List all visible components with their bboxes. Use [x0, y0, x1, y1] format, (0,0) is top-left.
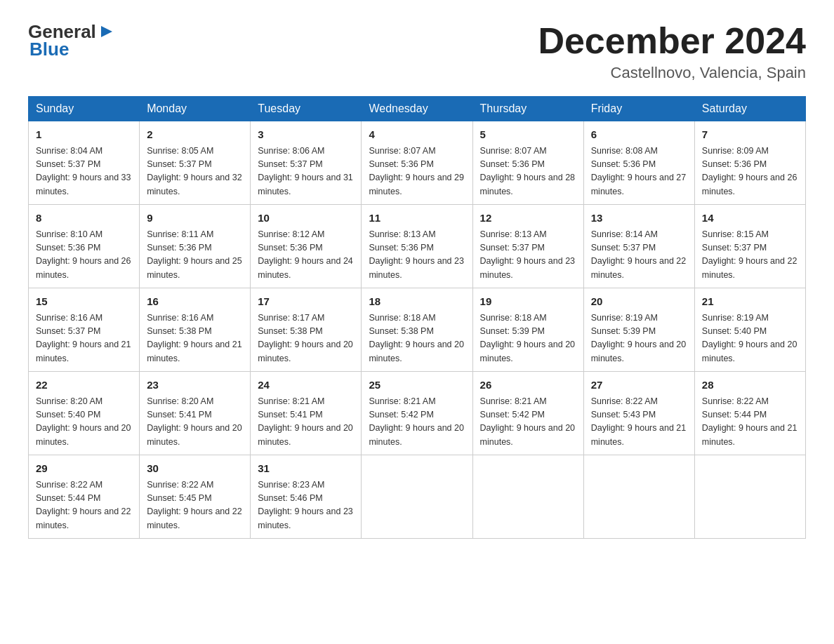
day-info: Sunrise: 8:22 AMSunset: 5:44 PMDaylight:… [702, 395, 798, 450]
day-number: 29 [36, 461, 132, 477]
calendar-cell: 27Sunrise: 8:22 AMSunset: 5:43 PMDayligh… [583, 372, 694, 455]
calendar-cell: 25Sunrise: 8:21 AMSunset: 5:42 PMDayligh… [362, 372, 472, 455]
title-block: December 2024 Castellnovo, Valencia, Spa… [538, 21, 806, 82]
calendar-header-friday: Friday [583, 97, 694, 121]
calendar-header-saturday: Saturday [694, 97, 805, 121]
calendar-cell: 13Sunrise: 8:14 AMSunset: 5:37 PMDayligh… [583, 205, 694, 288]
calendar-header-sunday: Sunday [29, 97, 140, 121]
calendar-cell: 15Sunrise: 8:16 AMSunset: 5:37 PMDayligh… [29, 288, 140, 372]
calendar-cell: 23Sunrise: 8:20 AMSunset: 5:41 PMDayligh… [140, 372, 251, 455]
day-number: 26 [480, 377, 576, 394]
calendar-cell: 24Sunrise: 8:21 AMSunset: 5:41 PMDayligh… [251, 372, 362, 455]
svg-marker-0 [101, 26, 112, 37]
calendar-cell: 29Sunrise: 8:22 AMSunset: 5:44 PMDayligh… [29, 455, 140, 539]
day-number: 19 [480, 294, 576, 310]
calendar-week-row: 29Sunrise: 8:22 AMSunset: 5:44 PMDayligh… [29, 455, 806, 539]
calendar-cell: 12Sunrise: 8:13 AMSunset: 5:37 PMDayligh… [472, 205, 583, 288]
day-info: Sunrise: 8:19 AMSunset: 5:40 PMDaylight:… [702, 311, 798, 366]
calendar-cell: 14Sunrise: 8:15 AMSunset: 5:37 PMDayligh… [694, 205, 805, 288]
calendar-header-tuesday: Tuesday [251, 97, 362, 121]
calendar-cell: 22Sunrise: 8:20 AMSunset: 5:40 PMDayligh… [29, 372, 140, 455]
calendar-header-wednesday: Wednesday [362, 97, 472, 121]
calendar-cell: 9Sunrise: 8:11 AMSunset: 5:36 PMDaylight… [140, 205, 251, 288]
day-info: Sunrise: 8:20 AMSunset: 5:40 PMDaylight:… [36, 395, 132, 450]
day-number: 8 [36, 210, 132, 227]
calendar-cell [362, 455, 472, 539]
day-number: 6 [591, 127, 687, 143]
logo: General Blue [28, 21, 114, 60]
calendar-cell: 21Sunrise: 8:19 AMSunset: 5:40 PMDayligh… [694, 288, 805, 372]
calendar-week-row: 1Sunrise: 8:04 AMSunset: 5:37 PMDaylight… [29, 121, 806, 205]
day-number: 4 [369, 127, 465, 143]
day-info: Sunrise: 8:09 AMSunset: 5:36 PMDaylight:… [702, 145, 798, 199]
day-info: Sunrise: 8:10 AMSunset: 5:36 PMDaylight:… [36, 228, 132, 283]
calendar-cell [694, 455, 805, 539]
day-info: Sunrise: 8:07 AMSunset: 5:36 PMDaylight:… [369, 145, 465, 199]
day-info: Sunrise: 8:21 AMSunset: 5:42 PMDaylight:… [369, 395, 465, 450]
calendar-cell: 17Sunrise: 8:17 AMSunset: 5:38 PMDayligh… [251, 288, 362, 372]
day-number: 9 [147, 210, 243, 227]
day-number: 20 [591, 294, 687, 310]
page-header: General Blue December 2024 Castellnovo, … [28, 21, 806, 82]
day-info: Sunrise: 8:18 AMSunset: 5:39 PMDaylight:… [480, 311, 576, 366]
day-info: Sunrise: 8:22 AMSunset: 5:44 PMDaylight:… [36, 478, 132, 533]
day-number: 21 [702, 294, 798, 310]
day-info: Sunrise: 8:13 AMSunset: 5:36 PMDaylight:… [369, 228, 465, 283]
calendar-cell: 5Sunrise: 8:07 AMSunset: 5:36 PMDaylight… [472, 121, 583, 205]
day-info: Sunrise: 8:16 AMSunset: 5:38 PMDaylight:… [147, 311, 243, 366]
calendar-cell: 18Sunrise: 8:18 AMSunset: 5:38 PMDayligh… [362, 288, 472, 372]
calendar-cell: 8Sunrise: 8:10 AMSunset: 5:36 PMDaylight… [29, 205, 140, 288]
day-info: Sunrise: 8:11 AMSunset: 5:36 PMDaylight:… [147, 228, 243, 283]
calendar-table: SundayMondayTuesdayWednesdayThursdayFrid… [28, 96, 806, 539]
calendar-cell: 2Sunrise: 8:05 AMSunset: 5:37 PMDaylight… [140, 121, 251, 205]
day-info: Sunrise: 8:22 AMSunset: 5:43 PMDaylight:… [591, 395, 687, 450]
calendar-cell: 11Sunrise: 8:13 AMSunset: 5:36 PMDayligh… [362, 205, 472, 288]
day-number: 3 [258, 127, 354, 143]
day-number: 22 [36, 377, 132, 394]
day-number: 30 [147, 461, 243, 477]
calendar-cell: 16Sunrise: 8:16 AMSunset: 5:38 PMDayligh… [140, 288, 251, 372]
calendar-header-row: SundayMondayTuesdayWednesdayThursdayFrid… [29, 97, 806, 121]
calendar-header-thursday: Thursday [472, 97, 583, 121]
day-info: Sunrise: 8:15 AMSunset: 5:37 PMDaylight:… [702, 228, 798, 283]
day-number: 7 [702, 127, 798, 143]
day-number: 10 [258, 210, 354, 227]
day-number: 25 [369, 377, 465, 394]
day-number: 13 [591, 210, 687, 227]
day-number: 2 [147, 127, 243, 143]
calendar-cell [472, 455, 583, 539]
calendar-cell: 6Sunrise: 8:08 AMSunset: 5:36 PMDaylight… [583, 121, 694, 205]
calendar-cell: 28Sunrise: 8:22 AMSunset: 5:44 PMDayligh… [694, 372, 805, 455]
day-number: 14 [702, 210, 798, 227]
calendar-cell: 26Sunrise: 8:21 AMSunset: 5:42 PMDayligh… [472, 372, 583, 455]
day-info: Sunrise: 8:21 AMSunset: 5:42 PMDaylight:… [480, 395, 576, 450]
day-number: 27 [591, 377, 687, 394]
day-info: Sunrise: 8:22 AMSunset: 5:45 PMDaylight:… [147, 478, 243, 533]
day-info: Sunrise: 8:20 AMSunset: 5:41 PMDaylight:… [147, 395, 243, 450]
calendar-cell [583, 455, 694, 539]
day-info: Sunrise: 8:05 AMSunset: 5:37 PMDaylight:… [147, 145, 243, 199]
day-number: 24 [258, 377, 354, 394]
day-info: Sunrise: 8:17 AMSunset: 5:38 PMDaylight:… [258, 311, 354, 366]
calendar-cell: 7Sunrise: 8:09 AMSunset: 5:36 PMDaylight… [694, 121, 805, 205]
day-number: 12 [480, 210, 576, 227]
calendar-cell: 10Sunrise: 8:12 AMSunset: 5:36 PMDayligh… [251, 205, 362, 288]
day-number: 15 [36, 294, 132, 310]
main-title: December 2024 [538, 21, 806, 61]
calendar-week-row: 22Sunrise: 8:20 AMSunset: 5:40 PMDayligh… [29, 372, 806, 455]
day-info: Sunrise: 8:12 AMSunset: 5:36 PMDaylight:… [258, 228, 354, 283]
day-number: 28 [702, 377, 798, 394]
day-number: 18 [369, 294, 465, 310]
calendar-cell: 1Sunrise: 8:04 AMSunset: 5:37 PMDaylight… [29, 121, 140, 205]
day-number: 16 [147, 294, 243, 310]
day-info: Sunrise: 8:16 AMSunset: 5:37 PMDaylight:… [36, 311, 132, 366]
day-number: 17 [258, 294, 354, 310]
calendar-cell: 30Sunrise: 8:22 AMSunset: 5:45 PMDayligh… [140, 455, 251, 539]
day-number: 5 [480, 127, 576, 143]
day-info: Sunrise: 8:14 AMSunset: 5:37 PMDaylight:… [591, 228, 687, 283]
calendar-week-row: 8Sunrise: 8:10 AMSunset: 5:36 PMDaylight… [29, 205, 806, 288]
day-number: 23 [147, 377, 243, 394]
day-number: 1 [36, 127, 132, 143]
day-info: Sunrise: 8:13 AMSunset: 5:37 PMDaylight:… [480, 228, 576, 283]
logo-arrow-icon [98, 24, 114, 39]
